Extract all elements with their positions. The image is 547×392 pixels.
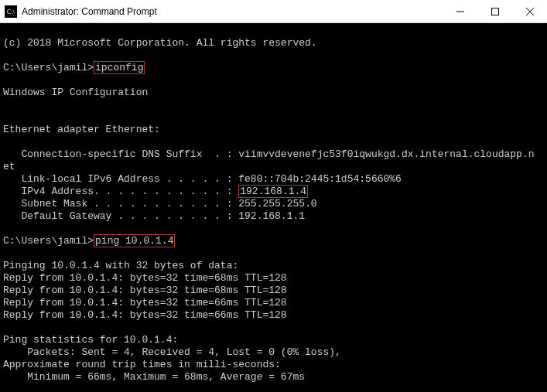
prompt-line-2: C:\Users\jamil>ping 10.0.1.4	[3, 234, 175, 247]
gateway-line: Default Gateway . . . . . . . . . : 192.…	[3, 210, 305, 222]
svg-rect-3	[491, 8, 498, 15]
minimize-button[interactable]	[443, 0, 477, 22]
subnet-line: Subnet Mask . . . . . . . . . . . : 255.…	[3, 198, 317, 210]
close-button[interactable]	[512, 0, 547, 22]
copyright-line: (c) 2018 Microsoft Corporation. All righ…	[3, 37, 317, 49]
prompt-prefix: C:\Users\jamil>	[3, 62, 94, 73]
ping-reply: Reply from 10.0.1.4: bytes=32 time=66ms …	[3, 309, 287, 321]
ping-stats-rtt-header: Approximate round trip times in milli-se…	[3, 359, 281, 370]
ipv4-label: IPv4 Address. . . . . . . . . . . :	[3, 186, 238, 197]
terminal-output[interactable]: (c) 2018 Microsoft Corporation. All righ…	[0, 23, 547, 392]
ipconfig-header: Windows IP Configuration	[3, 87, 148, 98]
window-title: Administrator: Command Prompt	[22, 6, 443, 17]
ipv4-line: IPv4 Address. . . . . . . . . . . : 192.…	[3, 185, 308, 198]
svg-text:C:\: C:\	[7, 9, 15, 15]
command-prompt-window: C:\ Administrator: Command Prompt (c) 20…	[0, 0, 547, 392]
command-ipconfig: ipconfig	[94, 61, 145, 74]
titlebar: C:\ Administrator: Command Prompt	[0, 0, 547, 23]
ipv4-address: 192.168.1.4	[238, 185, 308, 198]
ping-stats-packets: Packets: Sent = 4, Received = 4, Lost = …	[3, 346, 341, 358]
adapter-header: Ethernet adapter Ethernet:	[3, 124, 160, 135]
ipv6-line: Link-local IPv6 Address . . . . . : fe80…	[3, 173, 402, 185]
maximize-button[interactable]	[477, 0, 512, 22]
prompt-prefix: C:\Users\jamil>	[3, 235, 94, 247]
prompt-line-1: C:\Users\jamil>ipconfig	[3, 61, 145, 74]
command-ping: ping 10.0.1.4	[94, 234, 175, 247]
ping-stats-rtt: Minimum = 66ms, Maximum = 68ms, Average …	[3, 371, 305, 383]
dns-suffix-wrap: et	[3, 161, 15, 172]
ping-header: Pinging 10.0.1.4 with 32 bytes of data:	[3, 260, 238, 271]
cmd-icon: C:\	[5, 5, 17, 18]
ping-reply: Reply from 10.0.1.4: bytes=32 time=68ms …	[3, 285, 287, 296]
window-controls	[443, 0, 547, 22]
ping-reply: Reply from 10.0.1.4: bytes=32 time=66ms …	[3, 297, 287, 308]
ping-stats-header: Ping statistics for 10.0.1.4:	[3, 334, 178, 346]
ping-reply: Reply from 10.0.1.4: bytes=32 time=68ms …	[3, 272, 287, 284]
dns-suffix-line: Connection-specific DNS Suffix . : viimv…	[3, 148, 535, 160]
